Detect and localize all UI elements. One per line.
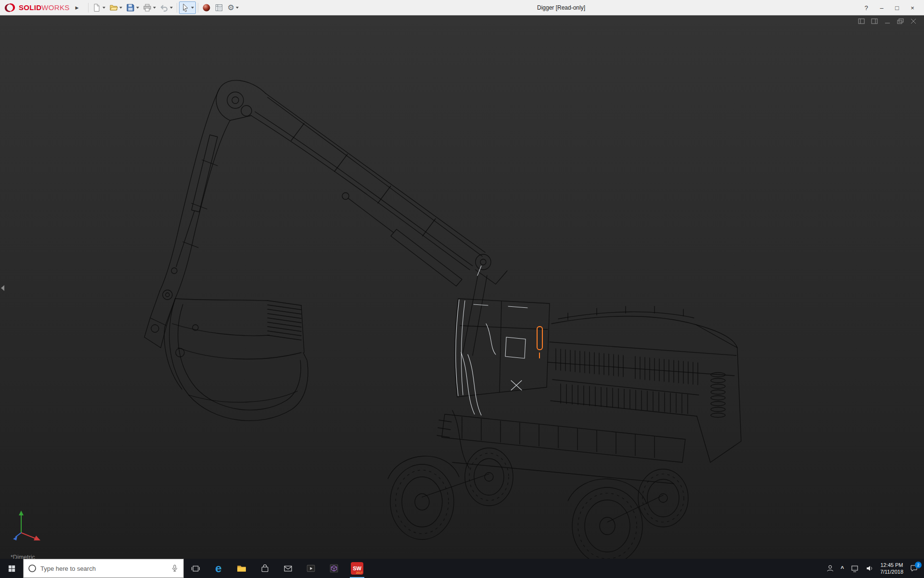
- microphone-icon: [170, 564, 179, 573]
- undo-button[interactable]: [158, 1, 175, 14]
- undo-icon: [160, 3, 168, 12]
- start-button[interactable]: [0, 559, 23, 578]
- doc-minimize-icon[interactable]: [884, 18, 891, 25]
- print-icon: [143, 3, 152, 12]
- display-style-button[interactable]: [200, 1, 213, 14]
- volume-button[interactable]: [865, 564, 874, 573]
- store-button[interactable]: [253, 559, 276, 578]
- properties-icon: [215, 3, 223, 12]
- app-titlebar: SOLIDWORKS ▶: [0, 0, 924, 15]
- selected-part-highlight: [537, 327, 542, 358]
- excavator-wireframe-model: [0, 15, 924, 559]
- minimize-button[interactable]: –: [875, 1, 888, 14]
- save-button[interactable]: [124, 1, 141, 14]
- quick-access-toolbar: ⚙: [86, 0, 240, 15]
- solidworks-logo-icon: [4, 2, 16, 13]
- panel-right-icon[interactable]: [871, 18, 878, 25]
- video-app-icon: [306, 564, 316, 573]
- toolbar-separator: [198, 3, 198, 13]
- cortana-circle-icon: [28, 564, 37, 573]
- search-input[interactable]: [40, 565, 167, 572]
- new-document-button[interactable]: [90, 1, 107, 14]
- close-button[interactable]: ×: [906, 1, 919, 14]
- doc-restore-icon[interactable]: [897, 18, 904, 25]
- file-explorer-icon: [236, 564, 247, 573]
- solidworks-app-label: SW: [353, 565, 361, 571]
- dropdown-caret[interactable]: [103, 7, 105, 9]
- tray-overflow-button[interactable]: ^: [841, 565, 844, 572]
- triad-x-axis: [21, 533, 40, 540]
- dropdown-caret[interactable]: [191, 7, 194, 9]
- window-controls: ? – □ ×: [860, 0, 919, 15]
- triad-z-axis: [13, 533, 21, 540]
- document-window-controls: [858, 18, 917, 25]
- video-app-button[interactable]: [299, 559, 322, 578]
- store-bag-icon: [260, 564, 270, 573]
- solidworks-app-year: 2017: [356, 571, 362, 574]
- view-orientation-label: *Dimetric: [11, 554, 35, 559]
- select-tool-button[interactable]: [179, 1, 196, 14]
- open-button[interactable]: [107, 1, 124, 14]
- new-document-icon: [92, 3, 101, 12]
- speaker-icon: [865, 564, 874, 573]
- clock[interactable]: 12:45 PM 7/11/2018: [880, 562, 903, 576]
- 3d-cube-icon: [329, 564, 339, 573]
- wireframe-edges: [144, 80, 741, 559]
- tray-date: 7/11/2018: [880, 568, 903, 575]
- file-explorer-button[interactable]: [230, 559, 253, 578]
- maximize-button[interactable]: □: [890, 1, 904, 14]
- solidworks-brand: SOLIDWORKS: [0, 2, 73, 13]
- windows-logo-icon: [8, 565, 16, 573]
- open-folder-icon: [109, 3, 118, 12]
- document-title: Digger [Read-only]: [537, 4, 585, 11]
- solidworks-app-button[interactable]: SW 2017: [346, 559, 369, 578]
- panel-left-icon[interactable]: [858, 18, 865, 25]
- action-center-button[interactable]: 2: [910, 564, 918, 573]
- select-arrow-icon: [181, 3, 190, 12]
- tray-time: 12:45 PM: [880, 562, 903, 568]
- wireframe-highlight-edges: [456, 266, 527, 415]
- solidworks-app-icon: SW 2017: [351, 562, 363, 575]
- options-button[interactable]: ⚙: [225, 1, 240, 14]
- microphone-button[interactable]: [170, 564, 179, 573]
- task-view-button[interactable]: [184, 559, 207, 578]
- graphics-viewport[interactable]: *Dimetric: [0, 15, 924, 559]
- properties-button[interactable]: [213, 1, 225, 14]
- edge-button[interactable]: e: [207, 559, 230, 578]
- people-icon: [826, 564, 834, 573]
- doc-close-icon[interactable]: [910, 18, 917, 25]
- brand-name: SOLIDWORKS: [19, 3, 70, 12]
- notification-badge: 2: [915, 562, 922, 568]
- edge-icon: e: [215, 563, 221, 574]
- toolbar-separator: [177, 3, 177, 13]
- display-sphere-icon: [202, 3, 211, 12]
- menu-expand-button[interactable]: ▶: [73, 3, 82, 12]
- mail-button[interactable]: [276, 559, 299, 578]
- people-button[interactable]: [826, 564, 834, 573]
- system-tray: ^ 12:45 PM 7/11/2018: [826, 559, 924, 578]
- chevron-up-icon: ^: [841, 565, 844, 572]
- dropdown-caret[interactable]: [236, 7, 239, 9]
- feature-panel-collapse-arrow[interactable]: [1, 285, 4, 291]
- task-view-icon: [191, 564, 200, 573]
- network-display-icon: [850, 564, 859, 573]
- desktop-screen: SOLIDWORKS ▶: [0, 0, 924, 578]
- mail-icon: [283, 565, 293, 573]
- windows-taskbar: e: [0, 559, 924, 578]
- gear-icon: ⚙: [227, 4, 234, 12]
- help-button[interactable]: ?: [860, 1, 873, 14]
- dropdown-caret[interactable]: [136, 7, 139, 9]
- print-button[interactable]: [141, 1, 158, 14]
- orientation-triad[interactable]: [12, 505, 45, 545]
- save-icon: [126, 3, 135, 12]
- dropdown-caret[interactable]: [119, 7, 122, 9]
- network-button[interactable]: [850, 564, 859, 573]
- taskbar-search[interactable]: [23, 559, 184, 578]
- 3d-viewer-button[interactable]: [322, 559, 346, 578]
- dropdown-caret[interactable]: [170, 7, 173, 9]
- dropdown-caret[interactable]: [153, 7, 156, 9]
- toolbar-separator: [88, 3, 89, 13]
- triad-y-axis: [19, 511, 24, 533]
